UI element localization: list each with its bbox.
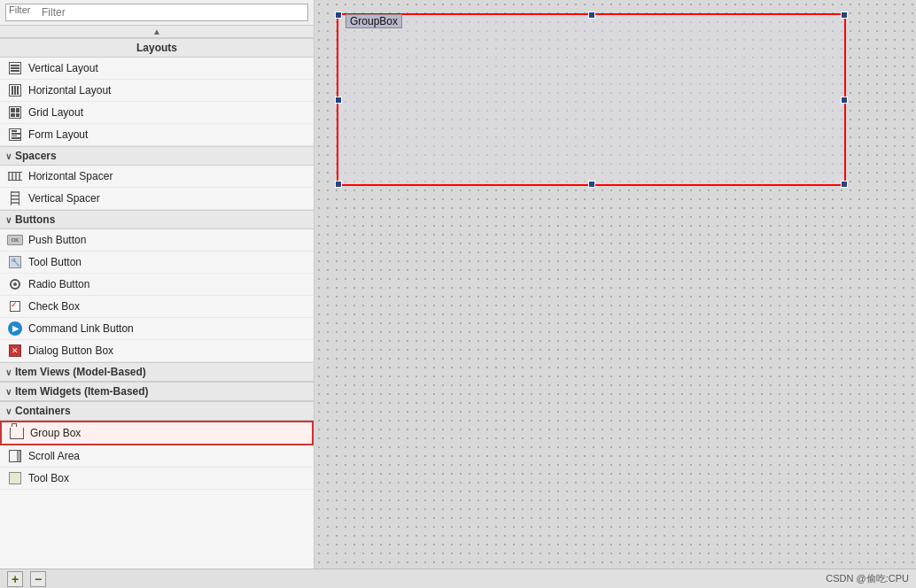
layouts-section-header: Layouts: [0, 38, 314, 58]
sidebar-item-label: Command Link Button: [28, 322, 134, 335]
sidebar-item-label: Vertical Layout: [28, 62, 98, 74]
containers-section-header[interactable]: ∨ Containers: [0, 401, 314, 421]
status-info-text: CSDN @偷吃:CPU: [46, 572, 909, 585]
groupbox-title-label: GroupBox: [345, 14, 402, 28]
containers-expand-arrow: ∨: [5, 406, 12, 416]
scroll-area-icon: [7, 448, 23, 464]
item-views-expand-arrow: ∨: [5, 368, 12, 377]
zoom-in-button[interactable]: +: [7, 571, 23, 587]
sidebar-item-vertical-layout[interactable]: Vertical Layout: [0, 58, 314, 80]
buttons-header-label: Buttons: [15, 213, 55, 226]
spacers-header-label: Spacers: [15, 150, 57, 162]
horizontal-layout-icon: [7, 82, 23, 98]
sidebar-item-label: Scroll Area: [28, 450, 80, 462]
radio-button-icon: [7, 276, 23, 292]
status-bar: + − CSDN @偷吃:CPU: [0, 569, 916, 588]
sidebar-item-radio-button[interactable]: Radio Button: [0, 274, 314, 296]
groupbox-widget[interactable]: GroupBox: [337, 13, 846, 186]
vertical-layout-icon: [7, 60, 23, 76]
status-bar-controls: + −: [7, 571, 46, 587]
tool-button-icon: 🔧: [7, 254, 23, 270]
form-layout-icon: [7, 127, 23, 143]
handle-middle-right[interactable]: [841, 97, 848, 104]
spacers-expand-arrow: ∨: [5, 151, 12, 161]
sidebar-item-tool-button[interactable]: 🔧 Tool Button: [0, 251, 314, 274]
sidebar-item-horizontal-spacer[interactable]: Horizontal Spacer: [0, 166, 314, 188]
group-box-icon: [9, 425, 25, 441]
sidebar-item-label: Grid Layout: [28, 106, 83, 119]
sidebar-item-grid-layout[interactable]: Grid Layout: [0, 102, 314, 124]
push-button-icon: OK: [7, 232, 23, 248]
handle-top-right[interactable]: [841, 12, 848, 19]
handle-bottom-center[interactable]: [588, 181, 595, 188]
left-panel: Filter ▲ Layouts Vertical Layout Horizon…: [0, 0, 314, 569]
design-canvas[interactable]: GroupBox: [314, 0, 916, 569]
filter-input[interactable]: [5, 4, 308, 21]
spacers-section-header[interactable]: ∨ Spacers: [0, 146, 314, 166]
filter-bar: Filter: [0, 0, 314, 26]
buttons-expand-arrow: ∨: [5, 215, 12, 225]
widget-list: Layouts Vertical Layout Horizontal Layou…: [0, 38, 314, 569]
containers-header-label: Containers: [15, 405, 71, 417]
sidebar-item-command-link-button[interactable]: Command Link Button: [0, 318, 314, 340]
sidebar-item-push-button[interactable]: OK Push Button: [0, 229, 314, 251]
sidebar-item-label: Push Button: [28, 234, 86, 246]
handle-top-center[interactable]: [588, 12, 595, 19]
item-views-header-label: Item Views (Model-Based): [15, 366, 146, 378]
grid-layout-icon: [7, 104, 23, 120]
sidebar-item-label: Check Box: [28, 300, 80, 313]
sidebar-item-label: Dialog Button Box: [28, 344, 113, 357]
sidebar-item-label: Tool Button: [28, 256, 82, 268]
check-box-icon: [7, 298, 23, 314]
zoom-out-button[interactable]: −: [30, 571, 46, 587]
sidebar-item-label: Horizontal Spacer: [28, 170, 113, 182]
sidebar-item-vertical-spacer[interactable]: Vertical Spacer: [0, 188, 314, 210]
horizontal-spacer-icon: [7, 168, 23, 184]
sidebar-item-label: Radio Button: [28, 278, 89, 290]
handle-middle-left[interactable]: [335, 97, 342, 104]
item-widgets-header-label: Item Widgets (Item-Based): [15, 385, 149, 398]
sidebar-item-label: Tool Box: [28, 472, 69, 484]
item-widgets-section-header[interactable]: ∨ Item Widgets (Item-Based): [0, 382, 314, 401]
handle-top-left[interactable]: [335, 12, 342, 19]
sidebar-item-horizontal-layout[interactable]: Horizontal Layout: [0, 80, 314, 102]
handle-bottom-left[interactable]: [335, 181, 342, 188]
sidebar-item-label: Form Layout: [28, 128, 88, 141]
sidebar-item-label: Group Box: [30, 427, 81, 439]
scroll-up-indicator: ▲: [0, 26, 314, 38]
vertical-spacer-icon: [7, 190, 23, 206]
handle-bottom-right[interactable]: [841, 181, 848, 188]
sidebar-item-label: Vertical Spacer: [28, 192, 100, 205]
dialog-button-icon: [7, 343, 23, 359]
sidebar-item-dialog-button-box[interactable]: Dialog Button Box: [0, 340, 314, 362]
sidebar-item-group-box[interactable]: Group Box: [0, 421, 314, 445]
tool-box-icon: [7, 470, 23, 486]
sidebar-item-check-box[interactable]: Check Box: [0, 296, 314, 318]
command-link-icon: [7, 321, 23, 337]
item-widgets-expand-arrow: ∨: [5, 387, 12, 397]
item-views-section-header[interactable]: ∨ Item Views (Model-Based): [0, 362, 314, 382]
sidebar-item-tool-box[interactable]: Tool Box: [0, 468, 314, 490]
buttons-section-header[interactable]: ∨ Buttons: [0, 210, 314, 229]
sidebar-item-label: Horizontal Layout: [28, 84, 111, 97]
sidebar-item-form-layout[interactable]: Form Layout: [0, 124, 314, 146]
sidebar-item-scroll-area[interactable]: Scroll Area: [0, 445, 314, 468]
